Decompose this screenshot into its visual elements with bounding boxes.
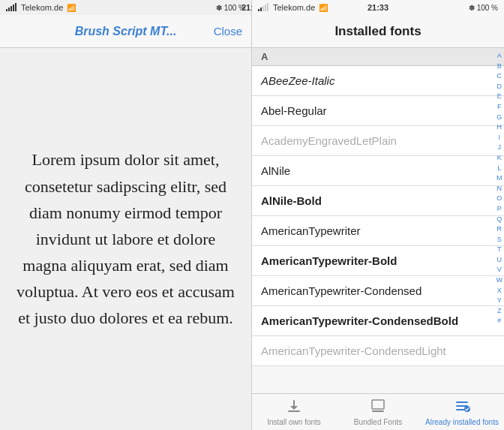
alpha-v[interactable]: V xyxy=(496,265,503,275)
alpha-s[interactable]: S xyxy=(496,235,503,245)
alpha-d[interactable]: D xyxy=(496,82,503,92)
alpha-a[interactable]: A xyxy=(496,51,503,61)
tab-bundled-label: Bundled Fonts xyxy=(354,418,403,426)
alpha-r[interactable]: R xyxy=(496,224,503,234)
installed-icon xyxy=(454,398,470,416)
signal-bars-right xyxy=(258,4,268,11)
alpha-f[interactable]: F xyxy=(496,102,503,112)
alpha-c[interactable]: C xyxy=(496,71,503,81)
svg-point-8 xyxy=(464,406,470,412)
bundled-icon xyxy=(370,398,386,416)
font-name: ABeeZee-Italic xyxy=(261,74,334,87)
alpha-o[interactable]: O xyxy=(496,194,503,203)
alpha-i[interactable]: I xyxy=(496,133,503,143)
alphabet-index[interactable]: A B C D E F G H I J K L M N O P Q R S T … xyxy=(496,48,503,326)
font-list-container[interactable]: A ABeeZee-Italic Abel-Regular AcademyEng… xyxy=(252,48,504,393)
status-bar-left: Telekom.de 📶 21:33 ✽ 100 % xyxy=(0,0,251,15)
svg-marker-2 xyxy=(290,406,298,410)
alpha-e[interactable]: E xyxy=(496,92,503,101)
alpha-q[interactable]: Q xyxy=(496,215,503,224)
bluetooth-right: ✽ xyxy=(469,4,475,12)
tab-install-label: Install own fonts xyxy=(267,418,321,426)
right-icons-right: ✽ 100 % xyxy=(469,4,498,12)
install-icon xyxy=(286,398,302,416)
tab-bundled-fonts[interactable]: Bundled Fonts xyxy=(336,394,420,430)
alpha-p[interactable]: P xyxy=(496,204,503,214)
alpha-y[interactable]: Y xyxy=(496,296,503,305)
font-name: AmericanTypewriter-Bold xyxy=(261,254,397,267)
close-button[interactable]: Close xyxy=(214,25,242,38)
right-nav-title: Installed fonts xyxy=(334,24,421,39)
carrier-left: Telekom.de xyxy=(21,3,63,12)
alpha-u[interactable]: U xyxy=(496,255,503,265)
alpha-w[interactable]: W xyxy=(496,275,503,285)
font-name: AmericanTypewriter xyxy=(261,224,361,237)
battery-right: 100 % xyxy=(477,4,498,12)
alpha-j[interactable]: J xyxy=(496,143,503,152)
list-item[interactable]: AlNile xyxy=(252,156,504,186)
svg-rect-5 xyxy=(456,401,468,403)
svg-rect-3 xyxy=(372,400,384,409)
left-signal: Telekom.de 📶 xyxy=(6,3,76,12)
preview-text: Lorem ipsum dolor sit amet, consetetur s… xyxy=(15,146,236,331)
section-header-a: A xyxy=(252,48,504,66)
alpha-x[interactable]: X xyxy=(496,286,503,296)
list-item[interactable]: ABeeZee-Italic xyxy=(252,66,504,96)
bluetooth-left: ✽ xyxy=(216,4,222,12)
font-preview-area: Lorem ipsum dolor sit amet, consetetur s… xyxy=(0,48,251,430)
font-name: Abel-Regular xyxy=(261,104,327,117)
alpha-h[interactable]: H xyxy=(496,122,503,132)
wifi-right: 📶 xyxy=(319,4,328,12)
list-item[interactable]: AmericanTypewriter-Bold xyxy=(252,246,504,276)
alpha-k[interactable]: K xyxy=(496,153,503,163)
signal-bars xyxy=(6,4,16,11)
svg-rect-4 xyxy=(372,410,384,412)
list-item[interactable]: AmericanTypewriter-Condensed xyxy=(252,276,504,306)
font-name: AlNile-Bold xyxy=(261,194,322,207)
font-name: AmericanTypewriter-CondensedBold xyxy=(261,314,458,327)
time-right: 21:33 xyxy=(368,3,388,12)
alpha-hash[interactable]: # xyxy=(496,316,503,326)
right-signal: Telekom.de 📶 xyxy=(258,3,328,12)
nav-bar-right: Installed fonts xyxy=(252,15,504,48)
list-item[interactable]: Abel-Regular xyxy=(252,96,504,126)
font-name: AlNile xyxy=(261,164,290,177)
tab-installed-label: Already installed fonts xyxy=(425,418,499,426)
right-panel: Telekom.de 📶 21:33 ✽ 100 % Installed fon… xyxy=(252,0,504,430)
status-bar-right: Telekom.de 📶 21:33 ✽ 100 % xyxy=(252,0,504,15)
wifi-left: 📶 xyxy=(67,4,76,12)
alpha-l[interactable]: L xyxy=(496,164,503,173)
svg-rect-0 xyxy=(288,410,300,412)
font-name: AmericanTypewriter-Condensed xyxy=(261,284,422,297)
tab-bar: Install own fonts Bundled Fonts xyxy=(252,393,504,430)
alpha-n[interactable]: N xyxy=(496,184,503,194)
font-name: AcademyEngravedLetPlain xyxy=(261,134,397,147)
nav-bar-left: Brush Script MT... Close xyxy=(0,15,251,48)
alpha-m[interactable]: M xyxy=(496,173,503,183)
list-item[interactable]: AlNile-Bold xyxy=(252,186,504,216)
carrier-right: Telekom.de xyxy=(273,3,315,12)
alpha-t[interactable]: T xyxy=(496,245,503,254)
alpha-z[interactable]: Z xyxy=(496,306,503,316)
tab-already-installed[interactable]: Already installed fonts xyxy=(420,394,504,430)
left-panel: Telekom.de 📶 21:33 ✽ 100 % Brush Script … xyxy=(0,0,252,430)
list-item[interactable]: AmericanTypewriter-CondensedLight xyxy=(252,336,504,366)
list-item[interactable]: AmericanTypewriter-CondensedBold xyxy=(252,306,504,336)
font-name: AmericanTypewriter-CondensedLight xyxy=(261,344,446,357)
list-item[interactable]: AcademyEngravedLetPlain xyxy=(252,126,504,156)
list-item[interactable]: AmericanTypewriter xyxy=(252,216,504,246)
tab-install-own-fonts[interactable]: Install own fonts xyxy=(252,394,336,430)
alpha-g[interactable]: G xyxy=(496,113,503,122)
left-nav-title: Brush Script MT... xyxy=(75,25,177,38)
alpha-b[interactable]: B xyxy=(496,62,503,71)
